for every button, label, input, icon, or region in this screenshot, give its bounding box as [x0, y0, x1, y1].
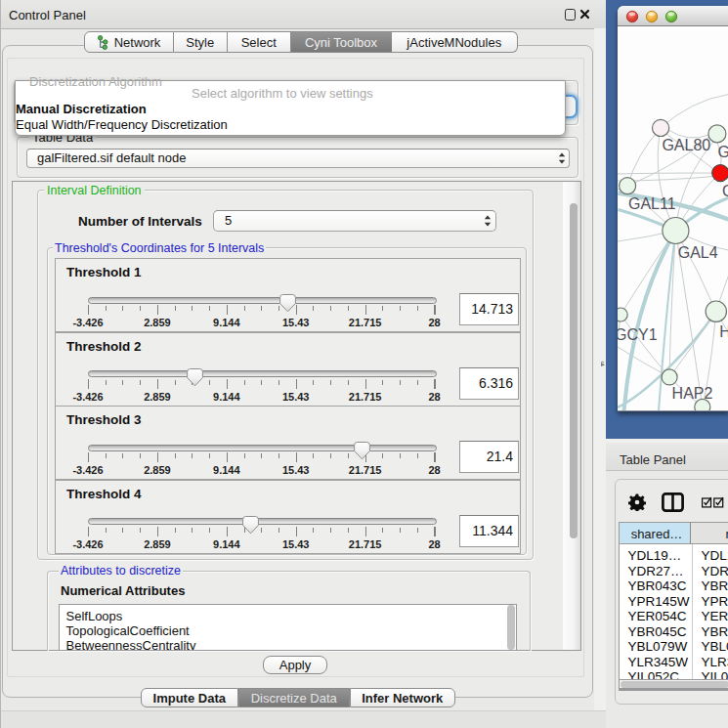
svg-text:HAP2: HAP2: [671, 384, 712, 401]
svg-text:GAL4: GAL4: [677, 243, 717, 260]
svg-text:GAL11: GAL11: [628, 195, 676, 212]
svg-text:GCY1: GCY1: [618, 326, 658, 343]
svg-text:GAL80: GAL80: [662, 136, 710, 152]
svg-text:H: H: [719, 323, 728, 340]
svg-text:C: C: [722, 182, 728, 198]
svg-text:GA: GA: [717, 143, 728, 159]
